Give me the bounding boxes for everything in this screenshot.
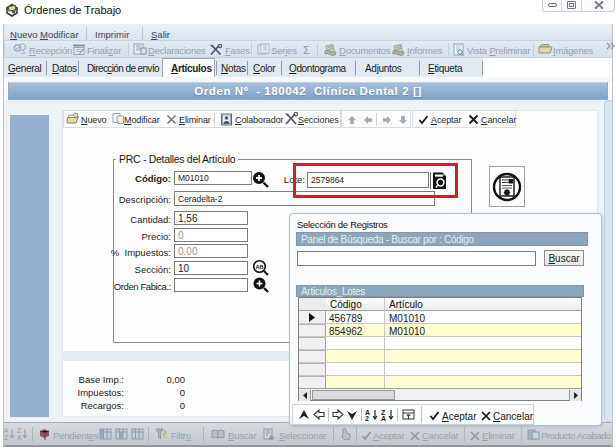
svg-text:2: 2	[365, 415, 369, 421]
svg-text:A: A	[17, 434, 22, 440]
svg-text:A: A	[4, 427, 9, 434]
svg-text:Z: Z	[4, 434, 8, 440]
svg-text:Z: Z	[17, 427, 21, 434]
svg-text:A: A	[381, 415, 386, 421]
svg-text:AB: AB	[256, 264, 264, 270]
